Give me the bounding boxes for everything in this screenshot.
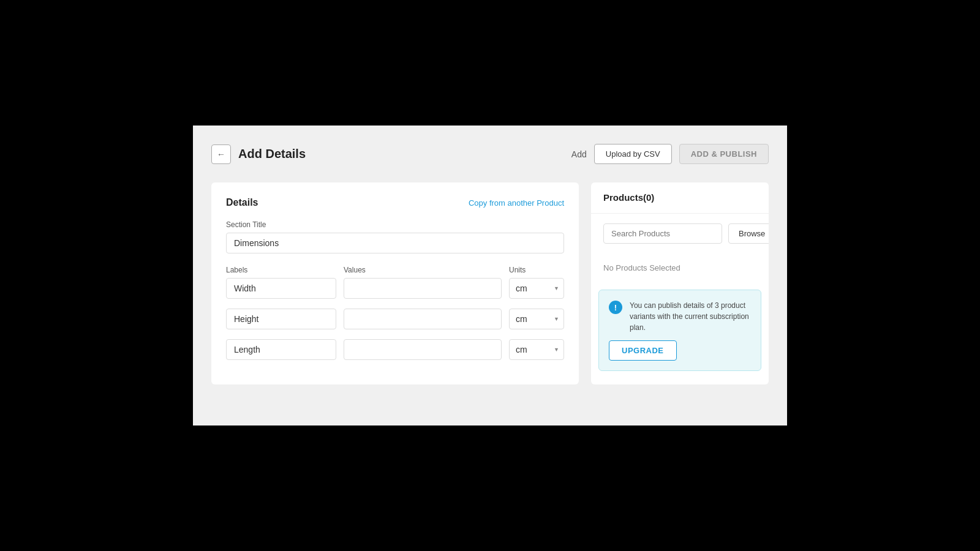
upgrade-banner: ! You can publish details of 3 product v… — [598, 290, 761, 371]
row-width: cm mm in ft — [226, 278, 564, 299]
height-label-col — [226, 309, 336, 329]
upgrade-banner-text: You can publish details of 3 product var… — [630, 300, 751, 333]
back-button[interactable]: ← — [211, 144, 231, 164]
products-title: Products(0) — [603, 192, 654, 203]
section-title-input[interactable] — [226, 233, 564, 253]
height-value-input[interactable] — [344, 309, 502, 329]
header-right: Add Upload by CSV ADD & PUBLISH — [571, 144, 769, 164]
upload-csv-button[interactable]: Upload by CSV — [594, 144, 672, 164]
width-label-input[interactable] — [226, 278, 336, 299]
main-content: Details Copy from another Product Sectio… — [211, 182, 769, 384]
header-left: ← Add Details — [211, 144, 306, 164]
details-panel-title: Details — [226, 197, 258, 208]
units-col-header: Units — [509, 266, 564, 274]
height-value-col — [344, 309, 502, 329]
search-products-input[interactable] — [603, 223, 722, 244]
browse-button[interactable]: Browse — [728, 223, 769, 244]
width-units-wrapper: cm mm in ft — [509, 278, 564, 299]
row-height: cm mm in ft — [226, 309, 564, 329]
upgrade-banner-content: ! You can publish details of 3 product v… — [609, 300, 751, 333]
width-value-col — [344, 278, 502, 299]
info-icon: ! — [609, 301, 622, 314]
products-panel: Products(0) Browse No Products Selected … — [591, 182, 769, 384]
add-publish-button[interactable]: ADD & PUBLISH — [679, 144, 769, 164]
length-value-input[interactable] — [344, 339, 502, 360]
row-column-headers: Labels Values Units — [226, 266, 564, 274]
values-col-header: Values — [344, 266, 502, 274]
length-units-select[interactable]: cm mm in ft — [509, 339, 564, 360]
height-units-col: cm mm in ft — [509, 309, 564, 329]
upgrade-button[interactable]: UPGRADE — [609, 340, 677, 361]
page-wrapper: ← Add Details Add Upload by CSV ADD & PU… — [193, 126, 787, 425]
length-value-col — [344, 339, 502, 360]
length-units-col: cm mm in ft — [509, 339, 564, 360]
height-label-input[interactable] — [226, 309, 336, 329]
height-units-select[interactable]: cm mm in ft — [509, 309, 564, 329]
details-panel-header: Details Copy from another Product — [226, 197, 564, 208]
page-title: Add Details — [238, 147, 306, 161]
header: ← Add Details Add Upload by CSV ADD & PU… — [211, 144, 769, 164]
labels-col-header: Labels — [226, 266, 336, 274]
products-panel-header: Products(0) — [591, 182, 769, 214]
row-length: cm mm in ft — [226, 339, 564, 360]
details-panel: Details Copy from another Product Sectio… — [211, 182, 579, 384]
no-products-label: No Products Selected — [591, 253, 769, 282]
length-units-wrapper: cm mm in ft — [509, 339, 564, 360]
width-units-col: cm mm in ft — [509, 278, 564, 299]
width-label-col — [226, 278, 336, 299]
length-label-input[interactable] — [226, 339, 336, 360]
section-title-group: Section Title — [226, 220, 564, 253]
products-search-area: Browse — [591, 214, 769, 253]
section-title-label: Section Title — [226, 220, 564, 229]
back-arrow-icon: ← — [217, 149, 225, 159]
width-units-select[interactable]: cm mm in ft — [509, 278, 564, 299]
height-units-wrapper: cm mm in ft — [509, 309, 564, 329]
add-label: Add — [571, 149, 587, 159]
length-label-col — [226, 339, 336, 360]
copy-from-product-link[interactable]: Copy from another Product — [469, 198, 564, 208]
width-value-input[interactable] — [344, 278, 502, 299]
